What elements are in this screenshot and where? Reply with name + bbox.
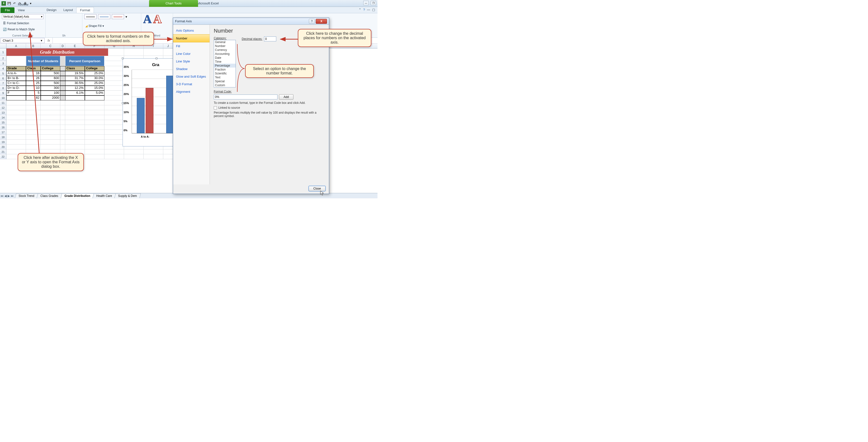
data-cell[interactable]: 25.0% xyxy=(85,71,104,76)
category-option[interactable]: Number xyxy=(214,44,236,48)
tab-nav-next[interactable]: ▶ xyxy=(7,194,10,198)
decimal-places-input[interactable] xyxy=(264,36,276,41)
cell[interactable] xyxy=(65,120,85,125)
window-restore-icon[interactable]: ▢ xyxy=(372,8,375,11)
cell[interactable] xyxy=(85,115,104,120)
bar[interactable] xyxy=(146,88,153,133)
cell[interactable] xyxy=(104,125,124,130)
cell[interactable] xyxy=(85,144,104,149)
data-cell[interactable]: 2000 xyxy=(41,96,60,100)
cell[interactable] xyxy=(26,125,41,130)
select-all-corner[interactable] xyxy=(0,43,6,48)
cell[interactable] xyxy=(6,135,26,140)
dialog-close-button[interactable]: X xyxy=(316,19,327,24)
shape-style-3[interactable] xyxy=(112,14,124,19)
shape-style-1[interactable] xyxy=(84,14,97,19)
row-header[interactable]: 7 xyxy=(0,81,6,86)
data-cell[interactable]: 100 xyxy=(41,91,60,96)
data-cell[interactable]: 600 xyxy=(41,76,60,81)
data-cell[interactable]: C+ to C- xyxy=(6,81,26,86)
cell[interactable] xyxy=(6,100,26,105)
linked-to-source-checkbox[interactable] xyxy=(214,106,217,109)
cell[interactable] xyxy=(41,120,60,125)
cell[interactable] xyxy=(85,149,104,154)
col-header-D[interactable]: D xyxy=(60,43,65,48)
sheet-tab[interactable]: Health Care xyxy=(93,194,116,198)
row-header[interactable]: 13 xyxy=(0,110,6,115)
cell[interactable] xyxy=(41,135,60,140)
category-option[interactable]: Currency xyxy=(214,48,236,52)
row-header[interactable]: 11 xyxy=(0,100,6,105)
tab-review[interactable]: Review xyxy=(14,2,39,7)
data-cell[interactable]: 25 xyxy=(26,81,41,86)
minimize-button[interactable]: — xyxy=(363,1,369,5)
category-option[interactable]: Time xyxy=(214,60,236,64)
bar[interactable] xyxy=(137,98,145,133)
cell[interactable] xyxy=(6,130,26,135)
row-header[interactable]: 21 xyxy=(0,149,6,154)
cell[interactable] xyxy=(41,115,60,120)
dialog-nav-line-color[interactable]: Line Color xyxy=(173,50,210,58)
row-header[interactable]: 16 xyxy=(0,125,6,130)
cell[interactable] xyxy=(26,120,41,125)
resize-handle[interactable] xyxy=(122,102,124,104)
data-cell[interactable] xyxy=(60,91,65,96)
excel-icon[interactable]: X xyxy=(1,1,6,6)
dialog-nav-line-style[interactable]: Line Style xyxy=(173,58,210,65)
cell[interactable] xyxy=(6,125,26,130)
cell[interactable] xyxy=(26,115,41,120)
category-option[interactable]: Percentage xyxy=(214,64,236,68)
cell[interactable] xyxy=(104,120,124,125)
cell[interactable] xyxy=(85,140,104,144)
cell[interactable] xyxy=(65,144,85,149)
cell[interactable] xyxy=(6,115,26,120)
row-header[interactable]: 8 xyxy=(0,86,6,91)
dialog-nav-3-d-format[interactable]: 3-D Format xyxy=(173,80,210,88)
cell[interactable] xyxy=(85,110,104,115)
cell[interactable] xyxy=(60,120,65,125)
shape-style-2[interactable] xyxy=(98,14,110,19)
dialog-help-button[interactable]: ? xyxy=(309,19,315,24)
cell[interactable] xyxy=(60,135,65,140)
cell[interactable] xyxy=(65,125,85,130)
cell[interactable] xyxy=(85,105,104,110)
tab-view[interactable]: View xyxy=(14,7,39,13)
tab-data[interactable]: Data xyxy=(14,0,39,2)
cell[interactable] xyxy=(65,135,85,140)
restore-button[interactable]: ❐ xyxy=(371,1,376,5)
cell[interactable] xyxy=(60,144,65,149)
data-cell[interactable]: 5 xyxy=(26,91,41,96)
cell[interactable] xyxy=(144,48,163,56)
data-cell[interactable]: 25.0% xyxy=(85,81,104,86)
data-cell[interactable]: 30.0% xyxy=(85,76,104,81)
help-icon[interactable]: ? xyxy=(363,8,365,11)
cell[interactable] xyxy=(65,130,85,135)
format-code-input[interactable] xyxy=(214,95,278,99)
cell[interactable] xyxy=(6,110,26,115)
tab-file[interactable]: File xyxy=(0,7,14,13)
cell[interactable] xyxy=(85,125,104,130)
cell[interactable] xyxy=(26,135,41,140)
data-cell[interactable]: 5.0% xyxy=(85,91,104,96)
row-header[interactable]: 4 xyxy=(0,66,6,71)
data-cell[interactable]: D+ to D- xyxy=(6,86,26,91)
row-header[interactable]: 14 xyxy=(0,115,6,120)
dialog-nav-number[interactable]: Number xyxy=(173,34,210,42)
category-option[interactable]: Special xyxy=(214,79,236,83)
cell[interactable] xyxy=(104,149,124,154)
cell[interactable] xyxy=(104,154,124,159)
resize-handle[interactable] xyxy=(122,58,124,59)
data-cell[interactable]: 31.7% xyxy=(65,76,85,81)
cell[interactable] xyxy=(124,149,144,154)
cell[interactable] xyxy=(85,130,104,135)
col-header-C[interactable]: C xyxy=(41,43,60,48)
chart-element-selector[interactable]: Vertical (Value) Axis▾ xyxy=(2,14,43,19)
sheet-tab[interactable]: Grade Distribution xyxy=(61,194,94,198)
row-header[interactable]: 20 xyxy=(0,144,6,149)
wordart-styles[interactable]: A A xyxy=(143,14,171,24)
col-header-A[interactable]: A xyxy=(6,43,26,48)
cell[interactable] xyxy=(60,100,65,105)
fx-label[interactable]: fx xyxy=(45,39,53,42)
cell[interactable] xyxy=(41,144,60,149)
cell[interactable] xyxy=(41,140,60,144)
